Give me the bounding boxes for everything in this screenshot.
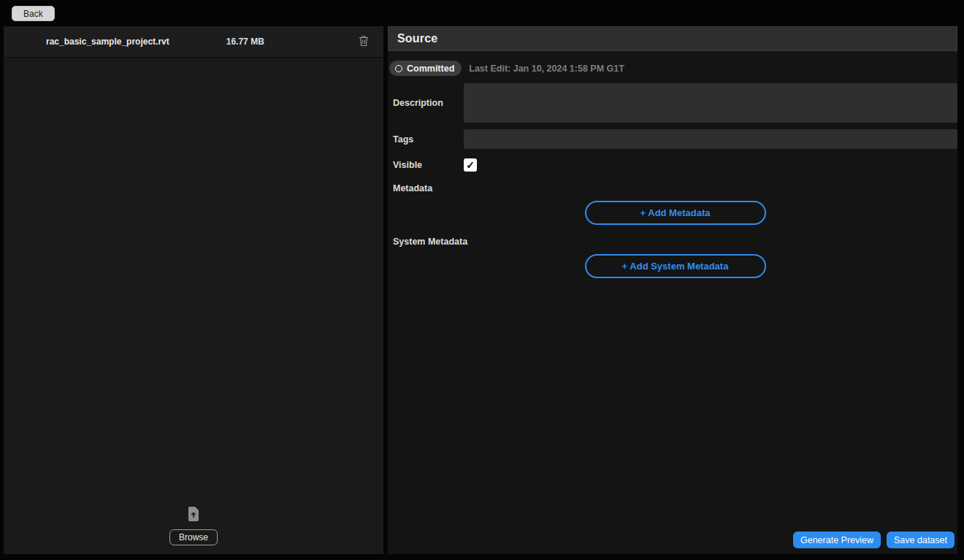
visible-label: Visible — [393, 160, 464, 170]
system-metadata-row: System Metadata — [393, 237, 957, 247]
status-circle-icon — [395, 65, 402, 72]
metadata-row: Metadata — [393, 183, 957, 193]
file-row[interactable]: rac_basic_sample_project.rvt 16.77 MB — [4, 26, 383, 58]
committed-label: Committed — [407, 64, 454, 74]
add-metadata-button[interactable]: + Add Metadata — [585, 201, 766, 225]
system-metadata-label: System Metadata — [393, 237, 467, 247]
generate-preview-button[interactable]: Generate Preview — [793, 532, 881, 548]
tags-input[interactable] — [464, 129, 957, 149]
tags-label: Tags — [393, 134, 464, 145]
source-form: Description Tags Visible ✓ Metadata + Ad… — [388, 83, 957, 278]
description-row: Description — [393, 83, 957, 123]
visible-checkbox[interactable]: ✓ — [464, 158, 477, 172]
add-system-metadata-row: + Add System Metadata — [393, 254, 957, 278]
status-row: Committed Last Edit: Jan 10, 2024 1:58 P… — [389, 61, 957, 76]
source-header: Source — [388, 26, 957, 51]
committed-badge: Committed — [389, 61, 462, 76]
file-name: rac_basic_sample_project.rvt — [46, 37, 169, 47]
file-list-panel: rac_basic_sample_project.rvt 16.77 MB Br… — [4, 26, 383, 554]
footer-actions: Generate Preview Save dataset — [793, 532, 955, 548]
save-dataset-button[interactable]: Save dataset — [887, 532, 955, 548]
panel-title: Source — [397, 32, 437, 45]
add-metadata-row: + Add Metadata — [393, 201, 957, 225]
browse-button[interactable]: Browse — [169, 529, 218, 545]
checkmark-icon: ✓ — [466, 160, 475, 170]
description-input[interactable] — [464, 83, 957, 123]
source-panel: Source Committed Last Edit: Jan 10, 2024… — [388, 26, 957, 554]
description-label: Description — [393, 98, 464, 108]
trash-icon — [359, 35, 369, 49]
delete-file-button[interactable] — [359, 35, 369, 49]
visible-row: Visible ✓ — [393, 158, 957, 172]
app-window: Back rac_basic_sample_project.rvt 16.77 … — [0, 0, 964, 560]
upload-file-icon — [188, 507, 199, 524]
back-button[interactable]: Back — [12, 6, 55, 21]
metadata-label: Metadata — [393, 183, 432, 193]
file-size: 16.77 MB — [226, 37, 264, 47]
last-edit-text: Last Edit: Jan 10, 2024 1:58 PM G1T — [469, 64, 624, 74]
browse-area: Browse — [4, 507, 383, 545]
add-system-metadata-button[interactable]: + Add System Metadata — [585, 254, 766, 278]
tags-row: Tags — [393, 129, 957, 149]
